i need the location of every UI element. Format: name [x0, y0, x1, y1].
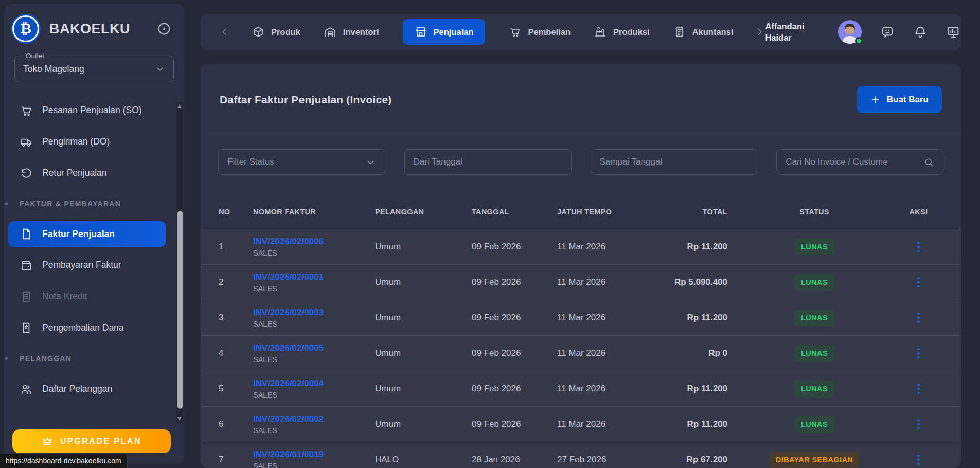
due-date: 27 Feb 2026: [557, 455, 663, 465]
status-badge: LUNAS: [794, 416, 834, 433]
invoice-list-card: Daftar Faktur Penjualan (Invoice) Buat B…: [201, 64, 961, 468]
search-icon[interactable]: [923, 157, 934, 168]
chevron-down-icon: [155, 64, 165, 74]
column-header: NO: [219, 208, 253, 216]
tab-penjualan[interactable]: Penjualan: [403, 19, 486, 45]
brand-logo: ₿: [12, 15, 39, 42]
note-icon: [20, 290, 33, 303]
row-actions-kebab-icon[interactable]: [915, 310, 922, 326]
row-actions-kebab-icon[interactable]: [915, 275, 922, 291]
scroll-down-arrow[interactable]: [177, 417, 182, 421]
total-amount: Rp 11.200: [663, 242, 735, 252]
display-monitor-icon[interactable]: [946, 25, 960, 39]
calculator-icon: [673, 26, 686, 38]
sidebar-item-retur-penjualan[interactable]: Retur Penjualan: [4, 157, 184, 189]
table-row: 5INV/2026/02/0004SALESUmum09 Feb 202611 …: [201, 371, 961, 407]
row-actions-kebab-icon[interactable]: [915, 381, 922, 397]
table-row: 7INV/2026/01/0019SALESHALO28 Jan 202627 …: [201, 442, 961, 468]
tab-akuntansi[interactable]: Akuntansi: [673, 26, 734, 38]
sidebar-scrollbar[interactable]: [176, 102, 183, 423]
search-input[interactable]: [786, 157, 923, 167]
due-date: 11 Mar 2026: [557, 313, 663, 323]
invoice-date: 09 Feb 2026: [472, 348, 557, 358]
filter-bar: Filter Status: [201, 134, 961, 175]
column-header: TANGGAL: [472, 208, 557, 216]
outlet-label: Outlet: [22, 52, 48, 60]
nav-scroll-right-icon[interactable]: [754, 26, 765, 38]
user-cluster: Affandani Haidar: [765, 20, 960, 44]
invoice-type: SALES: [253, 320, 375, 328]
sidebar-item-daftar-pelanggan[interactable]: Daftar Pelanggan: [4, 373, 184, 405]
section-pelanggan: PELANGGAN: [4, 344, 184, 373]
notifications-bell-icon[interactable]: [913, 25, 928, 39]
invoice-date: 09 Feb 2026: [472, 384, 557, 394]
due-date: 11 Mar 2026: [557, 242, 663, 252]
return-icon: [20, 167, 33, 180]
status-filter-select[interactable]: Filter Status: [218, 149, 385, 175]
sidebar-item-nota-kredit[interactable]: Nota Kredit: [4, 281, 184, 312]
column-header: TOTAL: [663, 208, 735, 216]
sidebar-pin-icon[interactable]: [156, 21, 172, 37]
tab-label: Pembelian: [528, 27, 571, 37]
column-header: AKSI: [894, 208, 943, 216]
row-actions-kebab-icon[interactable]: [915, 417, 922, 433]
sidebar-item-label: Pengiriman (DO): [42, 136, 110, 147]
plus-icon: [870, 95, 881, 105]
invoice-link[interactable]: INV/2026/02/0003: [253, 308, 324, 318]
sidebar-item-faktur-penjualan[interactable]: Faktur Penjualan: [8, 221, 166, 247]
tab-pembelian[interactable]: Pembelian: [509, 26, 571, 38]
invoice-link[interactable]: INV/2026/01/0019: [253, 449, 324, 460]
sidebar-item-pengiriman[interactable]: Pengiriman (DO): [4, 126, 184, 157]
nav-scroll-left-icon[interactable]: [219, 26, 230, 38]
date-to-input[interactable]: [600, 157, 749, 167]
upgrade-plan-button[interactable]: UPGRADE PLAN: [12, 429, 171, 453]
sidebar-item-pengembalian-dana[interactable]: Pengembalian Dana: [4, 312, 184, 344]
sidebar-item-label: Nota Kredit: [42, 291, 87, 302]
row-actions-kebab-icon[interactable]: [915, 452, 922, 468]
invoice-link[interactable]: INV/2026/02/0004: [253, 379, 324, 389]
outlet-select[interactable]: Outlet Toko Magelang: [14, 56, 174, 82]
tab-inventori[interactable]: Inventori: [324, 26, 379, 38]
date-from-input[interactable]: [414, 157, 562, 167]
brand-row: ₿ BAKOELKU: [4, 4, 184, 42]
user-avatar[interactable]: [838, 20, 862, 44]
date-to-field: [591, 149, 758, 175]
status-badge: LUNAS: [794, 345, 834, 362]
total-amount: Rp 11.200: [663, 419, 735, 429]
customer-name: Umum: [375, 313, 472, 323]
status-badge: LUNAS: [794, 310, 834, 326]
feedback-chat-icon[interactable]: [880, 25, 895, 39]
row-number: 5: [219, 384, 253, 394]
column-header: STATUS: [735, 208, 894, 216]
status-badge: LUNAS: [794, 274, 834, 291]
sidebar: ₿ BAKOELKU Outlet Toko Magelang Pesanan …: [4, 4, 184, 464]
status-badge: LUNAS: [794, 381, 834, 397]
sidebar-item-pesanan-penjualan[interactable]: Pesanan Penjualan (SO): [4, 95, 184, 126]
section-faktur-pembayaran: FAKTUR & PEMBAYARAN: [4, 189, 184, 219]
row-number: 2: [219, 277, 253, 287]
tab-label: Penjualan: [434, 27, 474, 37]
sidebar-item-label: Faktur Penjualan: [42, 229, 115, 240]
factory-icon: [594, 26, 607, 38]
tab-produksi[interactable]: Produksi: [594, 26, 650, 38]
sidebar-item-pembayaran-faktur[interactable]: Pembayaran Faktur: [4, 249, 184, 281]
store-icon: [415, 26, 427, 38]
invoice-link[interactable]: INV/2026/02/0006: [253, 237, 324, 247]
tab-label: Produksi: [613, 27, 650, 37]
invoice-date: 09 Feb 2026: [472, 313, 557, 323]
create-invoice-button[interactable]: Buat Baru: [857, 86, 942, 113]
invoice-link[interactable]: INV/2026/02/0002: [253, 414, 324, 424]
scrollbar-thumb[interactable]: [177, 211, 183, 409]
invoice-link[interactable]: INV/2026/02/0005: [253, 343, 324, 353]
tab-produk[interactable]: Produk: [252, 26, 300, 38]
invoice-type: SALES: [253, 355, 375, 364]
row-actions-kebab-icon[interactable]: [915, 239, 922, 255]
card-header: Daftar Faktur Penjualan (Invoice) Buat B…: [201, 64, 961, 134]
total-amount: Rp 67.200: [663, 455, 735, 465]
invoice-type: SALES: [253, 462, 375, 468]
due-date: 11 Mar 2026: [557, 277, 663, 287]
row-actions-kebab-icon[interactable]: [915, 346, 922, 362]
invoice-link[interactable]: INV/2026/02/0001: [253, 272, 324, 282]
scroll-up-arrow[interactable]: [177, 104, 182, 108]
invoice-type: SALES: [253, 391, 375, 399]
